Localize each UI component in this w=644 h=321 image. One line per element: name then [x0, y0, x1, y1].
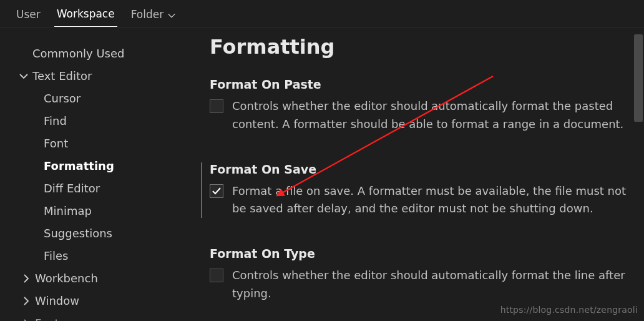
sidebar-group-label: Features [35, 312, 83, 321]
setting-format-on-paste: Format On Paste Controls whether the edi… [210, 77, 644, 134]
setting-description: Controls whether the editor should autom… [232, 97, 640, 134]
checkbox-format-on-type[interactable] [210, 269, 223, 282]
watermark-text: https://blog.csdn.net/zengraoli [500, 305, 638, 315]
check-icon [212, 186, 222, 196]
chevron-right-icon [21, 274, 31, 284]
setting-title: Format On Type [210, 247, 640, 260]
settings-content: Commonly Used Text Editor Cursor Find Fo… [0, 27, 644, 321]
sidebar-item-commonly-used[interactable]: Commonly Used [12, 42, 195, 65]
settings-scope-tabs: User Workspace Folder [0, 0, 644, 27]
setting-format-on-type: Format On Type Controls whether the edit… [210, 247, 644, 303]
chevron-right-icon [21, 319, 31, 321]
page-title: Formatting [210, 35, 644, 59]
sidebar-group-workbench[interactable]: Workbench [12, 267, 195, 290]
sidebar-item-cursor[interactable]: Cursor [12, 87, 195, 110]
chevron-down-icon [19, 71, 29, 81]
settings-sidebar: Commonly Used Text Editor Cursor Find Fo… [0, 27, 195, 321]
sidebar-group-features[interactable]: Features [12, 312, 195, 321]
sidebar-item-suggestions[interactable]: Suggestions [12, 222, 195, 245]
sidebar-item-font[interactable]: Font [12, 132, 195, 155]
setting-description: Controls whether the editor should autom… [232, 267, 640, 303]
chevron-down-icon [167, 10, 176, 19]
setting-description: Format a file on save. A formatter must … [232, 182, 640, 219]
sidebar-group-window[interactable]: Window [12, 290, 195, 312]
checkbox-format-on-save[interactable] [210, 184, 223, 198]
sidebar-group-label: Text Editor [32, 65, 92, 87]
sidebar-item-formatting[interactable]: Formatting [12, 155, 195, 177]
vertical-scrollbar[interactable] [634, 34, 643, 122]
chevron-right-icon [21, 296, 31, 306]
settings-main: Formatting Format On Paste Controls whet… [195, 27, 644, 321]
tab-folder-label: Folder [131, 8, 164, 21]
sidebar-item-minimap[interactable]: Minimap [12, 200, 195, 222]
sidebar-group-label: Workbench [35, 267, 98, 290]
sidebar-group-label: Window [35, 290, 79, 312]
tab-workspace[interactable]: Workspace [54, 4, 117, 27]
sidebar-item-diff-editor[interactable]: Diff Editor [12, 177, 195, 200]
checkbox-format-on-paste[interactable] [210, 99, 223, 113]
tab-folder[interactable]: Folder [129, 4, 179, 27]
setting-title: Format On Save [210, 162, 640, 176]
sidebar-item-files[interactable]: Files [12, 245, 195, 267]
setting-title: Format On Paste [210, 77, 640, 91]
sidebar-item-find[interactable]: Find [12, 110, 195, 132]
setting-format-on-save: Format On Save Format a file on save. A … [201, 162, 644, 219]
tab-user[interactable]: User [14, 4, 43, 27]
sidebar-group-text-editor[interactable]: Text Editor [12, 65, 195, 87]
